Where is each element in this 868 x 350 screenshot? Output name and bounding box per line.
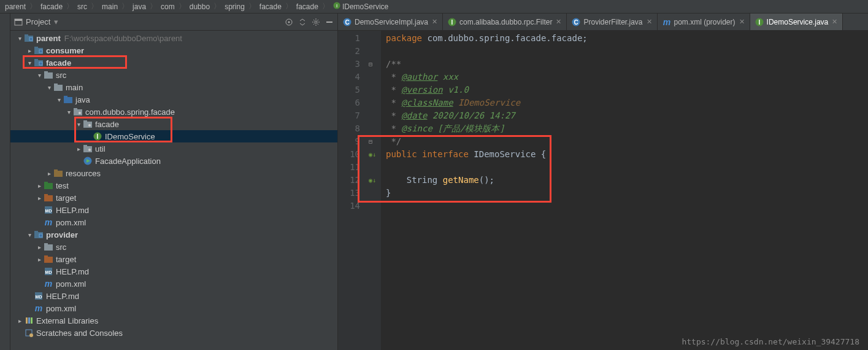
svg-rect-10 — [29, 37, 33, 41]
tree-item-src[interactable]: ▾src — [10, 69, 337, 81]
tree-item-main[interactable]: ▾main — [10, 81, 337, 93]
code-line[interactable]: * @date 2020/10/26 14:27 — [386, 109, 868, 122]
tree-item-scratches-and-consoles[interactable]: Scratches and Consoles — [10, 327, 337, 339]
svg-rect-9 — [25, 34, 28, 37]
code-line[interactable] — [386, 45, 868, 58]
tree-item-parent[interactable]: ▾parentF:\workspace\dubboDemo\parent — [10, 32, 337, 44]
code-line[interactable]: package com.dubbo.spring.facade.facade; — [386, 32, 868, 45]
breadcrumb-item[interactable]: spring — [223, 2, 246, 11]
close-icon[interactable]: ✕ — [432, 18, 437, 26]
tree-item-java[interactable]: ▾java — [10, 93, 337, 106]
tree-item-com-dubbo-spring-facade[interactable]: ▾com.dubbo.spring.facade — [10, 106, 337, 118]
tree-item-resources[interactable]: ▸resources — [10, 167, 337, 179]
tree-item-label: com.dubbo.spring.facade — [85, 107, 175, 117]
tree-item-src[interactable]: ▸src — [10, 241, 337, 253]
tree-item-help-md[interactable]: MDHELP.md — [10, 290, 337, 302]
chevron-down-icon[interactable]: ▾ — [25, 60, 34, 66]
editor-tab[interactable]: IIDemoService.java✕ — [750, 14, 843, 30]
breadcrumb-item[interactable]: dubbo — [188, 2, 211, 11]
code-line[interactable]: String getName(); — [386, 174, 868, 187]
chevron-right-icon[interactable]: ▸ — [45, 170, 53, 177]
tree-item-provider[interactable]: ▾provider — [10, 228, 337, 241]
code-line[interactable]: } — [386, 187, 868, 200]
editor-tab[interactable]: CProviderFilter.java✕ — [567, 14, 657, 30]
code-line[interactable]: * @since [产品/模块版本] — [386, 122, 868, 135]
code-line[interactable]: public interface IDemoService { — [386, 148, 868, 161]
breadcrumb-item[interactable]: facade — [295, 2, 320, 11]
breadcrumb-item[interactable]: facade — [39, 2, 64, 11]
svg-rect-13 — [39, 50, 42, 53]
tree-item-idemoservice[interactable]: IIDemoService — [10, 130, 337, 142]
chevron-down-icon[interactable]: ▾ — [55, 96, 63, 103]
chevron-right-icon: 〉 — [64, 1, 76, 12]
code-line[interactable] — [386, 161, 868, 174]
chevron-right-icon[interactable]: ▸ — [25, 47, 34, 54]
close-icon[interactable]: ✕ — [647, 18, 652, 26]
tree-item-util[interactable]: ▸util — [10, 142, 337, 155]
gutter-mark[interactable]: ◉↓ — [367, 174, 381, 187]
tree-item-target[interactable]: ▸target — [10, 192, 337, 204]
expand-all-icon[interactable] — [298, 18, 307, 26]
package-icon — [73, 108, 83, 115]
breadcrumb-item[interactable]: parent — [4, 2, 27, 11]
chevron-right-icon[interactable]: ▸ — [35, 182, 44, 189]
breadcrumb-item[interactable]: main — [101, 2, 119, 11]
code-line[interactable]: /** — [386, 58, 868, 71]
code-line[interactable]: * @version v1.0 — [386, 84, 868, 96]
chevron-right-icon[interactable]: ▸ — [15, 317, 24, 324]
chevron-down-icon[interactable]: ▾ — [64, 109, 73, 115]
project-tree[interactable]: ▾parentF:\workspace\dubboDemo\parent▸con… — [10, 31, 337, 350]
code-editor[interactable]: 1234567891011121314 ⊟⊟◉↓◉↓ package com.d… — [338, 31, 868, 350]
code-content[interactable]: package com.dubbo.spring.facade.facade;/… — [381, 31, 868, 350]
tree-item-facade[interactable]: ▾facade — [10, 56, 337, 69]
editor-tab[interactable]: CDemoServiceImpl.java✕ — [338, 14, 443, 30]
breadcrumb-item[interactable]: facade — [258, 2, 283, 11]
chevron-down-icon[interactable]: ▾ — [74, 121, 83, 128]
tree-item-target[interactable]: ▸target — [10, 253, 337, 265]
chevron-right-icon[interactable]: ▸ — [35, 256, 44, 263]
close-icon[interactable]: ✕ — [832, 18, 837, 26]
editor-tab[interactable]: mpom.xml (provider)✕ — [658, 14, 750, 30]
code-line[interactable]: */ — [386, 135, 868, 148]
hide-icon[interactable] — [325, 18, 334, 26]
locate-icon[interactable] — [285, 18, 293, 26]
chevron-down-icon[interactable]: ▾ — [15, 35, 24, 42]
breadcrumb-item[interactable]: java — [131, 2, 147, 11]
tree-item-help-md[interactable]: MDHELP.md — [10, 204, 337, 216]
close-icon[interactable]: ✕ — [739, 18, 745, 26]
breadcrumb-item[interactable]: com — [159, 2, 176, 11]
chevron-right-icon[interactable]: ▸ — [35, 244, 44, 251]
code-line[interactable]: * @author xxx — [386, 71, 868, 84]
editor-tab[interactable]: Icom.alibaba.dubbo.rpc.Filter✕ — [443, 14, 567, 30]
gutter-mark[interactable]: ⊟ — [367, 135, 381, 148]
chevron-right-icon[interactable]: ▸ — [35, 195, 44, 201]
code-line[interactable]: * @className IDemoService — [386, 96, 868, 109]
code-line[interactable] — [386, 200, 868, 212]
tree-item-facade[interactable]: ▾facade — [10, 118, 337, 130]
breadcrumb-item[interactable]: src — [76, 2, 88, 11]
tree-item-facadeapplication[interactable]: FacadeApplication — [10, 155, 337, 167]
maven-icon: m — [663, 18, 671, 26]
tree-item-pom-xml[interactable]: mpom.xml — [10, 302, 337, 314]
tree-item-external-libraries[interactable]: ▸External Libraries — [10, 314, 337, 327]
tree-item-pom-xml[interactable]: mpom.xml — [10, 216, 337, 228]
tree-item-label: IDemoService — [105, 132, 155, 141]
gear-icon[interactable] — [312, 18, 320, 26]
tree-item-consumer[interactable]: ▸consumer — [10, 44, 337, 56]
tree-item-test[interactable]: ▸test — [10, 179, 337, 192]
chevron-down-icon[interactable]: ▾ — [35, 72, 44, 79]
gutter-mark[interactable]: ◉↓ — [367, 148, 381, 161]
chevron-down-icon[interactable]: ▾ — [54, 17, 58, 26]
chevron-right-icon[interactable]: ▸ — [74, 146, 83, 152]
tree-item-help-md[interactable]: MDHELP.md — [10, 265, 337, 278]
module-icon — [34, 59, 44, 66]
chevron-down-icon[interactable]: ▾ — [45, 84, 53, 91]
close-icon[interactable]: ✕ — [556, 18, 561, 26]
tree-item-pom-xml[interactable]: mpom.xml — [10, 278, 337, 290]
breadcrumb-item[interactable]: IIDemoService — [332, 2, 390, 11]
svg-rect-12 — [34, 47, 38, 49]
svg-point-62 — [29, 333, 33, 337]
chevron-down-icon[interactable]: ▾ — [25, 231, 34, 238]
gutter-mark[interactable]: ⊟ — [367, 58, 381, 71]
svg-text:C: C — [345, 19, 349, 26]
